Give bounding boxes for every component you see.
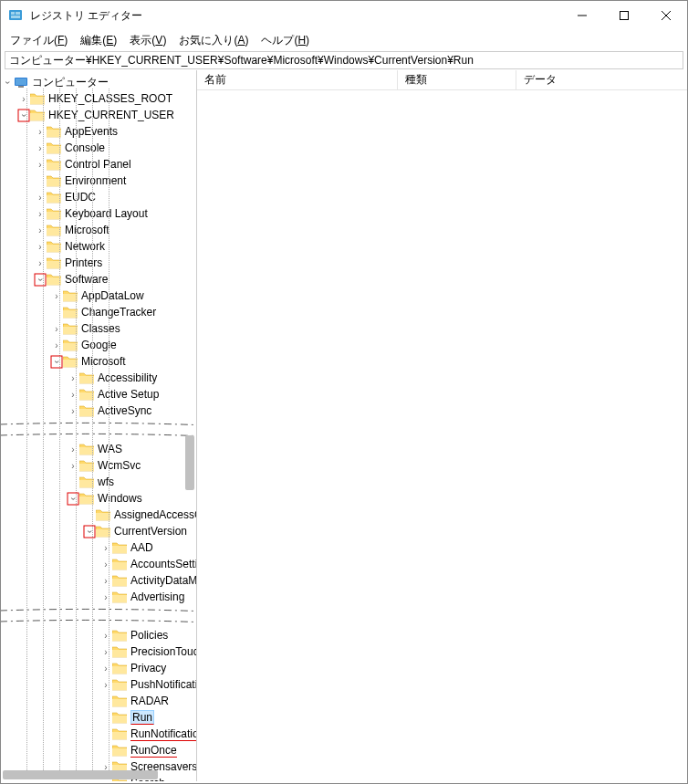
chevron-icon[interactable]: › [99, 647, 112, 657]
chevron-icon[interactable]: › [34, 160, 47, 170]
folder-icon [47, 141, 61, 154]
chevron-icon[interactable]: › [99, 631, 112, 641]
tree-item-n10[interactable]: ›Software [1, 271, 196, 287]
tree-item-n29[interactable]: ›Policies [1, 627, 196, 643]
chevron-icon[interactable]: › [34, 258, 47, 268]
tree-item-n27[interactable]: ›ActivityDataModel [1, 572, 196, 589]
tree-item-n23[interactable]: ›AssignedAccessConfiguration [1, 507, 196, 523]
folder-icon [47, 174, 61, 187]
tree-item-n15[interactable]: ›Microsoft [1, 353, 196, 370]
tree-item-n31[interactable]: ›Privacy [1, 660, 196, 676]
close-button[interactable] [645, 1, 687, 30]
tree-item-n20[interactable]: ›WcmSvc [1, 457, 196, 474]
tree-item-n9[interactable]: ›Printers [1, 255, 196, 271]
tree-item-n16[interactable]: ›Accessibility [1, 370, 196, 386]
tree-item-n13[interactable]: ›Classes [1, 320, 196, 337]
menu-help[interactable]: ヘルプ(H) [255, 31, 315, 50]
tree-item-n17[interactable]: ›Active Setup [1, 386, 196, 402]
tree-item-n14[interactable]: ›Google [1, 337, 196, 353]
tree-item-label: AccountsSettings [130, 558, 196, 570]
chevron-icon[interactable]: › [67, 461, 79, 471]
chevron-icon[interactable]: › [99, 592, 112, 602]
tree-item-n1[interactable]: ›AppEvents [1, 123, 196, 140]
menu-file[interactable]: ファイル(F) [5, 31, 73, 50]
chevron-icon[interactable]: › [99, 664, 112, 674]
tree-item-n18[interactable]: ›ActiveSync [1, 402, 196, 419]
svg-rect-1 [11, 12, 15, 15]
menu-favorites[interactable]: お気に入り(A) [173, 31, 254, 50]
chevron-icon[interactable]: › [84, 525, 96, 538]
menu-edit[interactable]: 編集(E) [75, 31, 122, 50]
tree-item-n25[interactable]: ›AAD [1, 539, 196, 556]
chevron-icon[interactable]: › [99, 543, 112, 553]
computer-icon [14, 76, 28, 89]
chevron-icon[interactable]: › [99, 576, 112, 586]
svg-rect-2 [16, 12, 20, 15]
tree-item-n4[interactable]: ›Environment [1, 172, 196, 189]
tree-item-n28[interactable]: ›Advertising [1, 589, 196, 605]
col-name[interactable]: 名前 [197, 70, 398, 89]
chevron-icon[interactable]: › [67, 444, 79, 455]
chevron-icon[interactable]: › [18, 109, 30, 121]
folder-icon [47, 256, 61, 269]
chevron-icon[interactable]: › [67, 373, 79, 383]
tree-item-n12[interactable]: ›ChangeTracker [1, 304, 196, 320]
minimize-button[interactable] [561, 1, 603, 30]
chevron-icon[interactable]: › [34, 209, 47, 219]
folder-icon [79, 492, 94, 505]
folder-icon [112, 695, 127, 707]
menu-view[interactable]: 表示(V) [124, 31, 172, 50]
chevron-icon[interactable]: › [50, 291, 63, 301]
chevron-icon[interactable]: › [34, 242, 47, 252]
tree-item-n32[interactable]: ›PushNotifications [1, 676, 196, 693]
tree-item-n3[interactable]: ›Control Panel [1, 156, 196, 172]
tree-item-n24[interactable]: ›CurrentVersion [1, 523, 196, 539]
chevron-icon[interactable]: › [50, 340, 63, 350]
col-data[interactable]: データ [516, 70, 687, 89]
tree-item-root[interactable]: ›コンピューター [1, 74, 196, 90]
chevron-icon[interactable]: › [67, 390, 79, 400]
chevron-icon[interactable]: › [34, 225, 47, 235]
folder-icon [79, 371, 94, 384]
tree-hscroll[interactable] [3, 770, 158, 779]
tree-item-n2[interactable]: ›Console [1, 140, 196, 156]
tree-item-n8[interactable]: ›Network [1, 238, 196, 255]
tree-item-label: RADAR [130, 695, 169, 707]
folder-icon [79, 459, 94, 472]
tree-item-n33[interactable]: ›RADAR [1, 693, 196, 709]
col-type[interactable]: 種類 [398, 70, 516, 89]
chevron-icon[interactable]: › [17, 94, 30, 104]
tree-item-hkcr[interactable]: ›HKEY_CLASSES_ROOT [1, 90, 196, 107]
chevron-icon[interactable]: › [34, 193, 47, 203]
tree-item-n35[interactable]: ›RunNotifications [1, 726, 196, 742]
maximize-button[interactable] [603, 1, 645, 30]
tree-vscroll[interactable] [185, 435, 194, 490]
tree-item-hkcu[interactable]: ›HKEY_CURRENT_USER [1, 107, 196, 123]
chevron-icon[interactable]: › [99, 680, 112, 690]
tree-item-label: PushNotifications [130, 678, 196, 691]
chevron-icon[interactable]: › [34, 143, 47, 153]
tree-item-n34[interactable]: ›Run [1, 709, 196, 726]
tree-item-n7[interactable]: ›Microsoft [1, 222, 196, 238]
chevron-icon[interactable]: › [51, 355, 63, 368]
folder-icon [47, 224, 61, 236]
chevron-icon[interactable]: › [35, 273, 47, 286]
chevron-icon[interactable]: › [34, 127, 47, 137]
address-bar[interactable]: コンピューター¥HKEY_CURRENT_USER¥Software¥Micro… [5, 51, 683, 69]
tree-item-n5[interactable]: ›EUDC [1, 189, 196, 205]
tree-item-n21[interactable]: ›wfs [1, 474, 196, 490]
svg-rect-3 [11, 16, 20, 18]
chevron-icon[interactable]: › [68, 492, 79, 505]
tree-item-n6[interactable]: ›Keyboard Layout [1, 205, 196, 222]
tree-item-n30[interactable]: ›PrecisionTouchPad [1, 643, 196, 660]
tree-item-n11[interactable]: ›AppDataLow [1, 287, 196, 304]
chevron-icon[interactable]: › [67, 406, 79, 416]
tree-item-n19[interactable]: ›WAS [1, 441, 196, 457]
tree-item-n22[interactable]: ›Windows [1, 490, 196, 507]
chevron-icon[interactable]: › [50, 324, 63, 334]
tree-item-n26[interactable]: ›AccountsSettings [1, 556, 196, 572]
chevron-icon[interactable]: › [99, 559, 112, 570]
chevron-icon[interactable]: › [3, 76, 13, 89]
tree-item-n36[interactable]: ›RunOnce [1, 742, 196, 758]
folder-icon [63, 339, 78, 351]
